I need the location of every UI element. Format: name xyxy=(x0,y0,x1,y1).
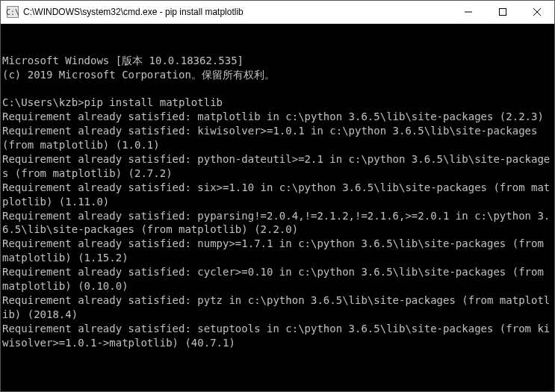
terminal-area[interactable]: Microsoft Windows [版本 10.0.18362.535] (c… xyxy=(1,24,554,391)
close-button[interactable] xyxy=(520,1,554,23)
minimize-button[interactable] xyxy=(451,1,486,23)
minimize-icon xyxy=(465,8,472,16)
cmd-icon: C:\ xyxy=(7,6,19,18)
maximize-icon xyxy=(499,8,506,16)
terminal-output: Microsoft Windows [版本 10.0.18362.535] (c… xyxy=(2,54,553,350)
cmd-window: C:\ C:\WINDOWS\system32\cmd.exe - pip in… xyxy=(0,0,555,392)
svg-rect-1 xyxy=(500,9,506,16)
maximize-button[interactable] xyxy=(486,1,520,23)
window-title: C:\WINDOWS\system32\cmd.exe - pip instal… xyxy=(23,7,451,17)
close-icon xyxy=(533,8,541,16)
window-controls xyxy=(451,1,554,23)
titlebar[interactable]: C:\ C:\WINDOWS\system32\cmd.exe - pip in… xyxy=(1,1,554,24)
